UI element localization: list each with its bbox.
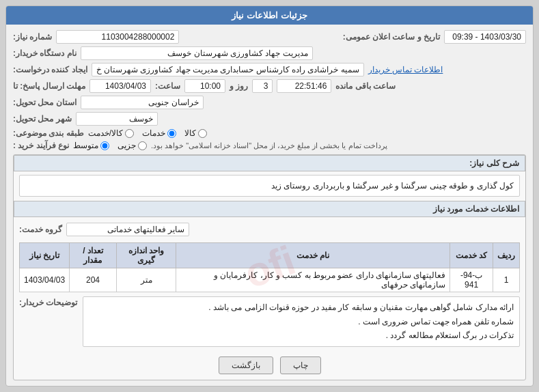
mohlat-label: مهلت ارسال پاسخ: تا (13, 81, 85, 91)
cell-tedad: 204 (70, 268, 117, 292)
tabaqe-radio-group: کالا/خدمت خدمات کالا (88, 128, 207, 138)
page-wrapper: جزئیات اطلاعات نیاز شماره نیاز: 11030042… (0, 0, 539, 392)
services-table: ردیف کد خدمت نام خدمت واحد اندازه گیری ت… (19, 242, 520, 292)
row-tabaqe: طبقه بندی موضوعی: کالا/خدمت خدمات کالا (13, 128, 526, 138)
radio-kala[interactable]: کالا (184, 128, 207, 138)
radio-kala-label: کالا (184, 128, 196, 138)
date-value: 1403/04/03 (89, 79, 151, 93)
nooe-farayand-label: نوع فرآیند خرید : (13, 141, 69, 150)
tarikh-aalan-label: تاریخ و ساعت اعلان عمومی: (343, 32, 440, 42)
payment-note: پرداخت تمام یا بخشی از مبلغ خرید، از محل… (151, 141, 387, 150)
day-value: 3 (252, 79, 273, 93)
col-vahed: واحد اندازه گیری (116, 243, 176, 268)
name-dastgah-label: نام دستگاه خریدار: (13, 48, 77, 58)
time-label: ساعت: (155, 81, 180, 91)
time-value: 10:00 (184, 79, 225, 93)
row-dastgah: نام دستگاه خریدار: مدیریت جهاد کشاورزی ش… (13, 46, 526, 60)
main-card: جزئیات اطلاعات نیاز شماره نیاز: 11030042… (5, 5, 534, 387)
buttons-row: چاپ بازگشت (14, 356, 525, 374)
radio-partial-input[interactable] (138, 141, 147, 150)
radio-motawaset[interactable]: متوسط (73, 141, 109, 150)
shahr-value: خوسف (76, 112, 158, 126)
radio-partial-label: جزیی (118, 141, 136, 150)
desc-line-1: ارائه مدارک شامل گواهی مهارت مقنیان و سا… (89, 300, 514, 314)
ostan-label: استان محل تحویل: (13, 98, 77, 107)
desc-line-2: شماره تلفن همراه جهت تماس ضروری است . (89, 315, 514, 328)
row-shomara: شماره نیاز: 1103004288000002 تاریخ و ساع… (13, 30, 526, 44)
page-title: جزئیات اطلاعات نیاز (232, 10, 307, 20)
desc-line-3: تذکرات در برگ استعلام مطالعه گردد . (89, 328, 514, 342)
radio-kala-khadamat-label: کالا/خدمت (88, 128, 123, 138)
cell-kod: ب-94-941 (450, 268, 493, 292)
col-radif: ردیف (493, 243, 520, 268)
sharh-koli-label: شرح کلی نیاز: (469, 158, 519, 168)
etelaaat-section-title: اطلاعات خدمات مورد نیاز (14, 201, 525, 217)
print-button[interactable]: چاپ (280, 356, 321, 374)
radio-khadamat-label: خدمات (142, 128, 165, 138)
row-ijad: ایجاد کننده درخواست: سمیه خراشادی راده ک… (13, 63, 526, 76)
remaining-label: ساعت باقی مانده (335, 81, 396, 91)
col-tedad: تعداد / مقدار (70, 243, 117, 268)
tarikh-aalan-value: 1403/03/30 - 09:39 (444, 30, 526, 44)
radio-motawaset-label: متوسط (73, 141, 98, 150)
sharh-koli-container: کول گذاری و طوقه چینی سرگشا و غیر سرگشا … (14, 175, 525, 201)
row-shahr: شهر محل تحویل: خوسف (13, 112, 526, 126)
description-label: توضیحات خریدار: (19, 298, 77, 307)
cell-tarikh: 1403/04/03 (20, 268, 70, 292)
row-farayand: نوع فرآیند خرید : متوسط جزیی پرداخت تمام… (13, 141, 526, 150)
radio-kala-khadamat[interactable]: کالا/خدمت (88, 128, 134, 138)
description-box: ارائه مدارک شامل گواهی مهارت مقنیان و سا… (83, 296, 520, 346)
row-grooh: گروه خدمت: سایر فعالیتهای خدماتی (14, 221, 525, 240)
lower-section: ofi شرح کلی نیاز: کول گذاری و طوقه چینی … (13, 154, 526, 380)
sharh-koli-section-title: شرح کلی نیاز: (14, 155, 525, 171)
row-mohlat: مهلت ارسال پاسخ: تا 1403/04/03 ساعت: 10:… (13, 79, 526, 93)
col-tarikh: تاریخ نیاز (20, 243, 70, 268)
radio-motawaset-input[interactable] (100, 141, 109, 150)
sharh-koli-value: کول گذاری و طوقه چینی سرگشا و غیر سرگشا … (19, 175, 520, 197)
table-container: ردیف کد خدمت نام خدمت واحد اندازه گیری ت… (14, 242, 525, 296)
cell-name: فعالیتهای سازمانهای دارای عضو مربوط به ک… (176, 268, 450, 292)
card-header: جزئیات اطلاعات نیاز (6, 6, 533, 25)
table-row: 1 ب-94-941 فعالیتهای سازمانهای دارای عضو… (20, 268, 520, 292)
radio-kala-input[interactable] (198, 129, 207, 138)
row-ostan: استان محل تحویل: خراسان جنوبی (13, 96, 526, 109)
back-button[interactable]: بازگشت (219, 356, 273, 374)
radio-khadamat[interactable]: خدمات (142, 128, 176, 138)
name-dastgah-value: مدیریت جهاد کشاورزی شهرستان خوسف (81, 46, 313, 60)
day-label: روز و (230, 81, 248, 91)
ostan-value: خراسان جنوبی (81, 96, 204, 109)
shomara-niaz-value: 1103004288000002 (56, 30, 179, 44)
card-body: شماره نیاز: 1103004288000002 تاریخ و ساع… (6, 25, 533, 386)
cell-radif: 1 (493, 268, 520, 292)
ijad-value: سمیه خراشادی راده کارشناس حسابداری مدیری… (92, 63, 364, 76)
radio-partial[interactable]: جزیی (118, 141, 147, 150)
tabaqe-label: طبقه بندی موضوعی: (13, 128, 84, 138)
description-container: توضیحات خریدار: ارائه مدارک شامل گواهی م… (14, 296, 525, 350)
radio-kala-khadamat-input[interactable] (125, 129, 134, 138)
cell-vahed: متر (116, 268, 176, 292)
etelaaat-label: اطلاعات خدمات مورد نیاز (433, 204, 519, 214)
remaining-value: 22:51:46 (277, 79, 331, 93)
grooh-khadamat-value: سایر فعالیتهای خدماتی (66, 223, 189, 236)
ijad-label: ایجاد کننده درخواست: (13, 65, 87, 74)
col-name: نام خدمت (176, 243, 450, 268)
radio-khadamat-input[interactable] (167, 129, 176, 138)
grooh-khadamat-label: گروه خدمت: (19, 225, 62, 234)
shomara-niaz-label: شماره نیاز: (13, 32, 52, 42)
shahr-label: شهر محل تحویل: (13, 114, 72, 124)
ijad-link[interactable]: اطلاعات تماس خریدار (368, 65, 443, 74)
farayand-radio-group: متوسط جزیی (73, 141, 147, 150)
col-kod: کد خدمت (450, 243, 493, 268)
